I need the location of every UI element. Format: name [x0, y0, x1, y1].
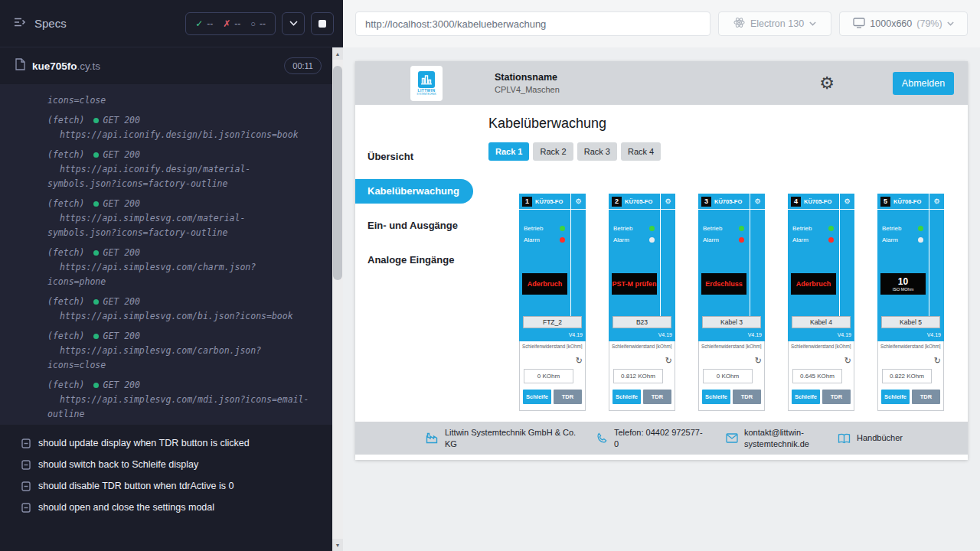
schleife-button[interactable]: Schleife — [792, 390, 820, 404]
log-entry[interactable]: (fetch)GET 200 https://api.simplesvg.com… — [47, 295, 312, 324]
alarm-led — [560, 237, 565, 243]
sidebar-item-ein-und-ausgaenge[interactable]: Ein- und Ausgänge — [355, 214, 473, 238]
browser-select[interactable]: Electron 130 — [718, 11, 831, 36]
device-model: KÜ705-FO — [714, 198, 742, 205]
card-gear-icon[interactable]: ⚙ — [929, 194, 944, 210]
card-gear-icon[interactable]: ⚙ — [661, 194, 675, 210]
schleife-button[interactable]: Schleife — [523, 390, 551, 404]
sidebar-item-uebersicht[interactable]: Übersicht — [355, 145, 473, 169]
tdr-button[interactable]: TDR — [554, 390, 582, 404]
factory-icon — [426, 432, 439, 444]
station-info: Stationsname CPLV4_Maschen — [495, 72, 560, 94]
sidebar-item-kabelueberwachung[interactable]: Kabelüberwachung — [355, 179, 473, 204]
footer-email[interactable]: kontakt@littwin-systemtechnik.de — [726, 427, 818, 450]
viewport-icon — [853, 18, 865, 31]
status-dot — [93, 118, 99, 123]
app-sidebar: Übersicht Kabelüberwachung Ein- und Ausg… — [355, 105, 473, 422]
tdr-button[interactable]: TDR — [822, 390, 851, 404]
device-model: KÜ705-FO — [625, 198, 652, 205]
stat-passed: ✓-- — [195, 18, 213, 29]
logout-button[interactable]: Abmelden — [893, 72, 954, 95]
betrieb-led — [649, 226, 655, 231]
specs-menu-icon — [14, 17, 27, 30]
settings-gear-icon[interactable]: ⚙ — [819, 75, 835, 92]
runner-toolbar: http://localhost:3000/kabelueberwachung … — [343, 0, 980, 47]
stop-icon — [318, 20, 326, 28]
tab-rack-2[interactable]: Rack 2 — [533, 142, 573, 161]
slot-number: 2 — [612, 197, 622, 207]
log-entry[interactable]: (fetch)GET 200 https://api.simplesvg.com… — [47, 329, 312, 373]
device-card-2: 2 KÜ705-FO Betrieb Alarm PST-M prüfen — [609, 194, 675, 411]
test-item[interactable]: should disable TDR button when tdrActive… — [0, 475, 332, 497]
log-entry[interactable]: (fetch)GET 200 https://api.iconify.desig… — [47, 148, 312, 191]
test-item[interactable]: should open and close the settings modal — [0, 497, 332, 518]
phone-icon — [596, 432, 608, 444]
refresh-icon[interactable]: ↻ — [934, 357, 941, 365]
alarm-led — [918, 237, 923, 243]
log-entry[interactable]: (fetch)GET 200 https://api.iconify.desig… — [47, 113, 312, 142]
loop-resistance-label: Schleifenwiderstand [kOhm] — [520, 341, 585, 349]
status-dot — [93, 334, 99, 339]
loop-resistance-value: 0.812 KOhm — [613, 369, 663, 383]
device-model: KÜ705-FO — [804, 198, 831, 205]
cable-name: Kabel 3 — [702, 316, 761, 328]
refresh-icon[interactable]: ↻ — [755, 357, 762, 365]
scroll-up-button[interactable]: ▲ — [332, 47, 343, 60]
stat-pending: ○-- — [250, 18, 266, 29]
device-card-1: 1 KÜ705-FO Betrieb Alarm Aderbruch — [519, 194, 586, 411]
refresh-icon[interactable]: ↻ — [665, 357, 672, 365]
schleife-button[interactable]: Schleife — [612, 390, 641, 404]
test-icon — [21, 481, 31, 491]
loop-resistance-value: 0 KOhm — [703, 369, 753, 383]
spec-file-icon — [15, 58, 25, 73]
viewport-select[interactable]: 1000x660 (79%) — [839, 11, 968, 36]
device-card-3: 3 KÜ705-FO Betrieb Alarm Erdschluss — [698, 194, 765, 411]
littwin-logo: LITTWIN SYSTEMTECHNIK — [410, 66, 443, 101]
logo-icon — [418, 71, 435, 88]
preview-pane: http://localhost:3000/kabelueberwachung … — [343, 0, 980, 551]
stop-button[interactable] — [311, 12, 334, 35]
app-window: LITTWIN SYSTEMTECHNIK Stationsname CPLV4… — [355, 61, 968, 460]
test-item[interactable]: should update display when TDR button is… — [0, 432, 332, 454]
test-item[interactable]: should switch back to Schleife display — [0, 454, 332, 475]
tab-rack-4[interactable]: Rack 4 — [621, 142, 661, 161]
log-entry[interactable]: (fetch)GET 200 https://api.simplesvg.com… — [47, 378, 312, 422]
log-entry[interactable]: (fetch)GET 200 https://api.simplesvg.com… — [47, 197, 312, 240]
firmware-version: V4.19 — [698, 328, 765, 341]
footer-phone: Telefon: 04402 972577-0 — [596, 427, 706, 450]
scroll-down-button[interactable]: ▼ — [332, 539, 343, 551]
refresh-icon[interactable]: ↻ — [576, 357, 583, 365]
log-entry[interactable]: icons=close — [47, 93, 312, 108]
sidebar-item-analoge-eingaenge[interactable]: Analoge Eingänge — [355, 248, 473, 272]
test-icon — [21, 439, 31, 448]
tdr-button[interactable]: TDR — [643, 390, 671, 404]
card-gear-icon[interactable]: ⚙ — [750, 194, 765, 210]
url-input[interactable]: http://localhost:3000/kabelueberwachung — [355, 11, 710, 36]
scrollbar-thumb[interactable] — [333, 66, 342, 280]
card-gear-icon[interactable]: ⚙ — [571, 194, 586, 210]
alarm-led — [828, 237, 834, 243]
loop-resistance-value: 0.645 KOhm — [792, 369, 842, 383]
tdr-button[interactable]: TDR — [912, 390, 940, 404]
tdr-button[interactable]: TDR — [733, 390, 761, 404]
refresh-icon[interactable]: ↻ — [844, 357, 851, 365]
status-display: Aderbruch — [791, 273, 836, 295]
specs-menu-button[interactable]: Specs — [14, 17, 67, 30]
slot-number: 5 — [880, 197, 890, 207]
loop-resistance-value: 0 KOhm — [524, 369, 573, 383]
collapse-button[interactable] — [282, 12, 305, 35]
schleife-button[interactable]: Schleife — [702, 390, 730, 404]
electron-icon — [733, 17, 745, 31]
spec-file-row[interactable]: kue705fo.cy.ts 00:11 — [0, 47, 332, 84]
schleife-button[interactable]: Schleife — [881, 390, 910, 404]
device-model: KÜ706-FO — [893, 198, 921, 205]
card-gear-icon[interactable]: ⚙ — [840, 194, 854, 210]
status-dot — [93, 299, 99, 305]
scrollbar[interactable]: ▲ ▼ — [332, 47, 343, 551]
tab-rack-1[interactable]: Rack 1 — [488, 142, 529, 161]
log-entry[interactable]: (fetch)GET 200 https://api.simplesvg.com… — [47, 246, 312, 289]
tab-rack-3[interactable]: Rack 3 — [577, 142, 617, 161]
check-icon: ✓ — [195, 18, 203, 29]
footer-manuals[interactable]: Handbücher — [838, 432, 903, 444]
cross-icon: ✗ — [223, 18, 230, 29]
